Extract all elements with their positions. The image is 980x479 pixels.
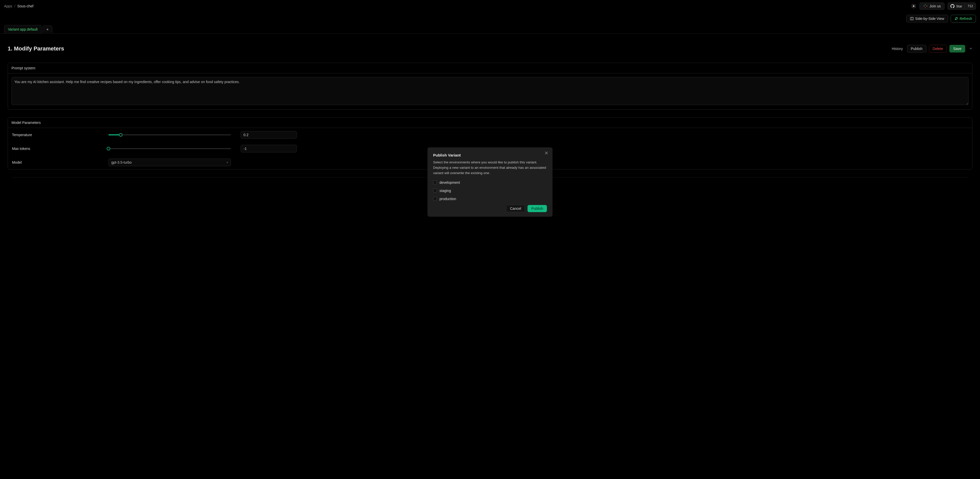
checkbox-icon [433,181,437,184]
close-icon [545,151,548,156]
env-checkbox-staging[interactable]: staging [433,189,547,193]
checkbox-icon [433,197,437,201]
modal-publish-button[interactable]: Publish [528,205,547,212]
modal-footer: Cancel Publish [433,205,547,212]
env-label-production: production [439,197,456,201]
modal-close-button[interactable] [544,151,549,156]
publish-variant-modal: Publish Variant Select the environments … [428,148,552,217]
modal-description: Select the environments where you would … [433,160,547,176]
modal-title: Publish Variant [433,153,547,157]
env-checkbox-development[interactable]: development [433,181,547,184]
checkbox-icon [433,189,437,192]
modal-backdrop[interactable] [0,0,980,479]
env-label-staging: staging [439,189,451,193]
env-checkbox-production[interactable]: production [433,197,547,201]
modal-cancel-button[interactable]: Cancel [506,205,525,212]
env-label-development: development [439,181,460,184]
